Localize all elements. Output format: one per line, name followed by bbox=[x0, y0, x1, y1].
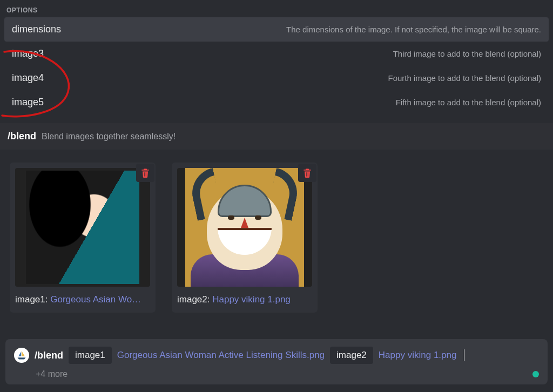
attachment-label: image1: Gorgeous Asian Wo… bbox=[15, 294, 150, 305]
options-list: dimensions The dimensions of the image. … bbox=[0, 17, 553, 114]
attachment-thumbnail bbox=[15, 168, 150, 287]
param-chip-image2[interactable]: image2 bbox=[330, 347, 373, 364]
attachment-key: image2: bbox=[177, 294, 212, 305]
attachment-filename: Gorgeous Asian Wo… bbox=[50, 294, 141, 305]
delete-attachment-button[interactable] bbox=[298, 164, 316, 182]
option-name: image5 bbox=[12, 97, 44, 108]
option-image4[interactable]: image4 Fourth image to add to the blend … bbox=[4, 66, 549, 90]
option-desc: Fourth image to add to the blend (option… bbox=[388, 73, 541, 83]
slash-command: /blend bbox=[35, 350, 63, 361]
trash-icon bbox=[302, 167, 313, 179]
trash-icon bbox=[140, 167, 151, 179]
command-description: Blend images together seamlessly! bbox=[42, 132, 176, 141]
attachment-key: image1: bbox=[15, 294, 50, 305]
bot-avatar bbox=[14, 348, 29, 363]
delete-attachment-button[interactable] bbox=[136, 164, 154, 182]
option-image3[interactable]: image3 Third image to add to the blend (… bbox=[4, 42, 549, 66]
sailboat-icon bbox=[16, 350, 27, 361]
attachment-card-image2[interactable]: image2: Happy viking 1.png bbox=[172, 163, 318, 313]
attachment-thumbnail bbox=[177, 168, 312, 287]
option-image5[interactable]: image5 Fifth image to add to the blend (… bbox=[4, 90, 549, 114]
status-indicator-icon bbox=[532, 371, 539, 377]
param-value-image2[interactable]: Happy viking 1.png bbox=[379, 350, 457, 361]
option-desc: Third image to add to the blend (optiona… bbox=[393, 49, 541, 58]
option-desc: Fifth image to add to the blend (optiona… bbox=[396, 98, 541, 107]
option-dimensions[interactable]: dimensions The dimensions of the image. … bbox=[4, 17, 549, 42]
param-chip-image1[interactable]: image1 bbox=[69, 347, 112, 364]
option-name: image4 bbox=[12, 72, 44, 84]
attachment-label: image2: Happy viking 1.png bbox=[177, 294, 312, 305]
more-options-hint[interactable]: +4 more bbox=[14, 369, 68, 379]
options-header: OPTIONS bbox=[0, 0, 553, 17]
command-input-bar[interactable]: /blend image1 Gorgeous Asian Woman Activ… bbox=[5, 339, 548, 384]
attachments-row: image1: Gorgeous Asian Wo… image2: Happy… bbox=[0, 150, 553, 326]
param-value-image1[interactable]: Gorgeous Asian Woman Active Listening Sk… bbox=[117, 350, 325, 361]
option-name: dimensions bbox=[12, 24, 61, 35]
option-desc: The dimensions of the image. If not spec… bbox=[286, 25, 541, 34]
attachment-filename: Happy viking 1.png bbox=[212, 294, 291, 305]
command-header: /blend Blend images together seamlessly! bbox=[0, 123, 553, 150]
option-name: image3 bbox=[12, 48, 44, 59]
text-caret bbox=[464, 349, 464, 361]
command-name: /blend bbox=[8, 131, 36, 142]
attachment-card-image1[interactable]: image1: Gorgeous Asian Wo… bbox=[10, 163, 156, 313]
